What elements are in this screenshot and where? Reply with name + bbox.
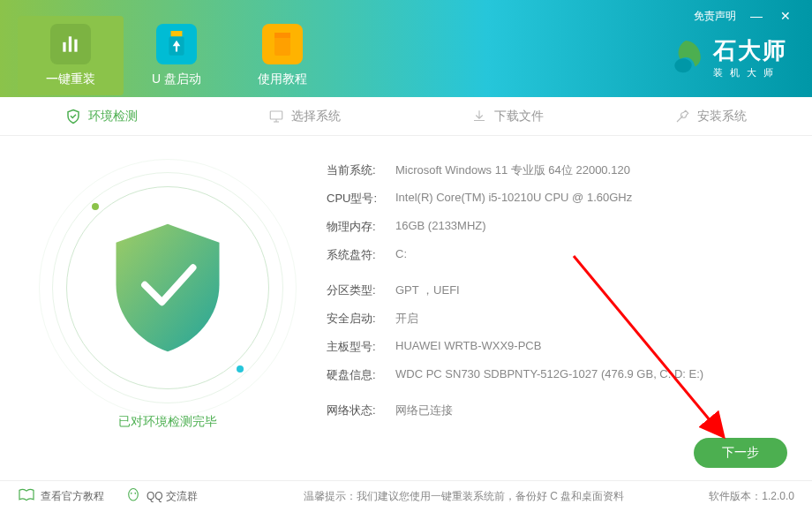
logo: 石大师 装机大师	[667, 35, 787, 79]
tab-label: 使用教程	[258, 72, 307, 87]
tab-usb-boot[interactable]: U 盘启动	[124, 16, 229, 95]
download-icon	[471, 109, 487, 124]
logo-icon	[667, 39, 704, 76]
svg-rect-2	[74, 40, 77, 52]
info-network: 网络状态:网络已连接	[327, 403, 786, 418]
footer-tip: 温馨提示：我们建议您使用一键重装系统前，备份好 C 盘和桌面资料	[219, 489, 709, 504]
monitor-icon	[268, 109, 284, 124]
info-secure-boot: 安全启动:开启	[327, 311, 786, 327]
wrench-icon	[674, 109, 690, 124]
tab-reinstall[interactable]: 一键重装	[18, 16, 124, 95]
tab-tutorial[interactable]: 使用教程	[229, 16, 335, 95]
step-label: 下载文件	[494, 109, 544, 124]
close-button[interactable]: ✕	[777, 7, 794, 25]
info-motherboard: 主板型号:HUAWEI WRTB-WXX9-PCB	[327, 339, 786, 355]
shield-area: 已对环境检测完毕	[26, 154, 309, 463]
svg-rect-3	[171, 31, 183, 36]
book-open-icon	[18, 488, 35, 505]
shield-ring	[66, 186, 269, 389]
shield-check-icon	[110, 222, 225, 354]
system-info: 当前系统:Microsoft Windows 11 专业版 64位 22000.…	[309, 154, 786, 463]
svg-rect-7	[270, 111, 282, 119]
book-icon	[262, 24, 303, 64]
tab-label: U 盘启动	[152, 72, 201, 87]
dot-icon	[237, 365, 244, 373]
minimize-button[interactable]: —	[747, 7, 766, 25]
logo-subtitle: 装机大师	[713, 66, 787, 79]
nav-tabs: 一键重装 U 盘启动 使用教程	[0, 0, 335, 95]
header: 一键重装 U 盘启动 使用教程 免责声明 — ✕ 石大师 装机大师	[0, 0, 812, 97]
footer: 查看官方教程 QQ 交流群 温馨提示：我们建议您使用一键重装系统前，备份好 C …	[0, 480, 812, 512]
info-partition: 分区类型:GPT ，UEFI	[327, 282, 786, 298]
svg-rect-0	[63, 42, 65, 52]
qq-icon	[125, 487, 141, 506]
window-controls: 免责声明 — ✕	[694, 7, 794, 25]
steps-bar: 环境检测 选择系统 下载文件 安装系统	[0, 97, 812, 136]
bars-icon	[50, 24, 91, 64]
dot-icon	[92, 203, 99, 210]
step-label: 选择系统	[291, 109, 341, 124]
step-install[interactable]: 安装系统	[609, 97, 812, 135]
logo-title: 石大师	[713, 35, 787, 66]
step-label: 安装系统	[697, 109, 747, 124]
footer-version: 软件版本：1.2.0.0	[709, 489, 794, 504]
svg-point-13	[135, 493, 137, 494]
info-os: 当前系统:Microsoft Windows 11 专业版 64位 22000.…	[327, 162, 786, 178]
svg-point-12	[131, 493, 132, 494]
info-cpu: CPU型号:Intel(R) Core(TM) i5-10210U CPU @ …	[327, 191, 786, 207]
footer-qq-link[interactable]: QQ 交流群	[125, 487, 198, 506]
info-disk: 硬盘信息:WDC PC SN730 SDBPNTY-512G-1027 (476…	[327, 367, 786, 383]
info-system-drive: 系统盘符:C:	[327, 247, 786, 263]
step-label: 环境检测	[88, 109, 138, 124]
svg-point-11	[129, 489, 139, 501]
disclaimer-link[interactable]: 免责声明	[694, 9, 736, 24]
content: 已对环境检测完毕 当前系统:Microsoft Windows 11 专业版 6…	[0, 136, 812, 471]
svg-rect-1	[69, 36, 71, 51]
next-button[interactable]: 下一步	[694, 438, 787, 468]
usb-icon	[156, 24, 197, 64]
info-memory: 物理内存:16GB (2133MHZ)	[327, 219, 786, 235]
footer-tutorial-link[interactable]: 查看官方教程	[18, 488, 104, 505]
step-env-check[interactable]: 环境检测	[0, 97, 203, 135]
step-download[interactable]: 下载文件	[406, 97, 609, 135]
svg-rect-6	[274, 33, 290, 38]
step-select-system[interactable]: 选择系统	[203, 97, 406, 135]
tab-label: 一键重装	[46, 72, 95, 87]
shield-icon	[65, 109, 81, 124]
